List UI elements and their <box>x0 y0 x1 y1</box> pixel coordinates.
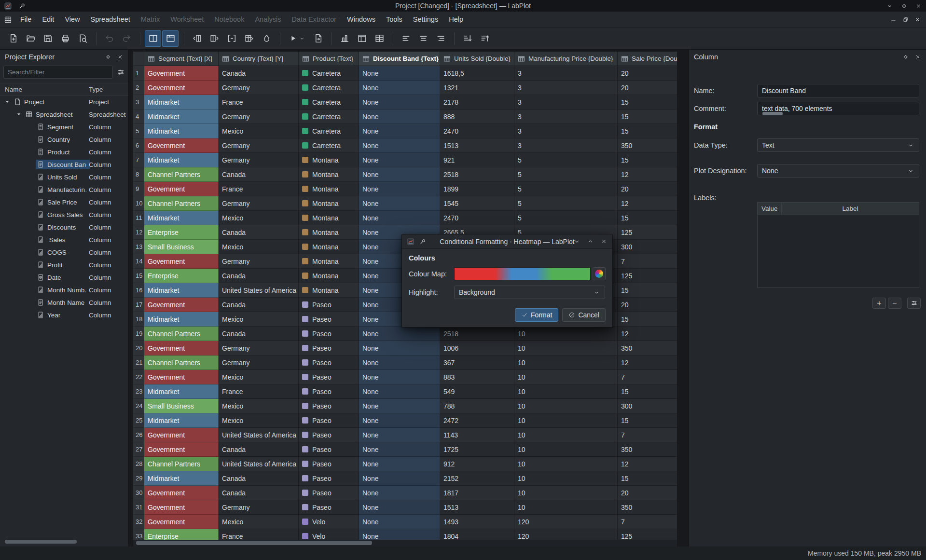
cell-country[interactable]: Germany <box>219 109 299 124</box>
row-number-cell[interactable]: 31 <box>133 500 144 515</box>
cell-segment[interactable]: Government <box>144 500 219 515</box>
align-left-button[interactable] <box>398 30 414 47</box>
row-number-cell[interactable]: 25 <box>133 413 144 428</box>
row-number-cell[interactable]: 29 <box>133 471 144 486</box>
cell-manufacturing-price[interactable]: 10 <box>514 500 618 515</box>
cell-country[interactable]: Canada <box>219 442 299 457</box>
cell-sale-price[interactable]: 15 <box>618 413 677 428</box>
cell-country[interactable]: United States of America <box>219 457 299 471</box>
cell-units-sold[interactable]: 367 <box>440 355 514 370</box>
cell-sale-price[interactable]: 7 <box>618 428 677 442</box>
cell-sale-price[interactable]: 300 <box>618 399 677 413</box>
cell-manufacturing-price[interactable]: 10 <box>514 471 618 486</box>
cell-discount-band[interactable]: None <box>359 500 440 515</box>
cell-product[interactable]: Carretera <box>299 109 359 124</box>
cell-country[interactable]: Canada <box>219 269 299 283</box>
cell-country[interactable]: Canada <box>219 66 299 81</box>
stats-table-button[interactable] <box>371 30 387 47</box>
cell-product[interactable]: Paseo <box>299 341 359 355</box>
tree-item-content[interactable]: COGS <box>36 247 70 257</box>
cell-discount-band[interactable]: None <box>359 167 440 182</box>
cell-discount-band[interactable]: None <box>359 515 440 529</box>
cell-manufacturing-price[interactable]: 10 <box>514 442 618 457</box>
cell-manufacturing-price[interactable]: 120 <box>514 529 618 540</box>
cell-manufacturing-price[interactable]: 10 <box>514 486 618 500</box>
cell-segment[interactable]: Midmarket <box>144 384 219 399</box>
cell-country[interactable]: Canada <box>219 486 299 500</box>
droplet-button[interactable] <box>258 30 275 47</box>
cell-country[interactable]: Mexico <box>219 124 299 138</box>
cell-country[interactable]: Mexico <box>219 312 299 327</box>
cell-segment[interactable]: Government <box>144 428 219 442</box>
add-label-button[interactable]: + <box>872 298 886 309</box>
cell-segment[interactable]: Government <box>144 254 219 269</box>
cell-product[interactable]: Paseo <box>299 442 359 457</box>
cell-country[interactable]: Germany <box>219 81 299 95</box>
cell-units-sold[interactable]: 2152 <box>440 471 514 486</box>
cell-units-sold[interactable]: 2518 <box>440 327 514 341</box>
menu-view[interactable]: View <box>59 12 85 27</box>
cell-manufacturing-price[interactable]: 10 <box>514 428 618 442</box>
colour-wheel-button[interactable] <box>593 267 606 280</box>
row-number-cell[interactable]: 13 <box>133 240 144 254</box>
cell-product[interactable]: Paseo <box>299 298 359 312</box>
cell-country[interactable]: Germany <box>219 355 299 370</box>
cell-product[interactable]: Paseo <box>299 399 359 413</box>
cell-manufacturing-price[interactable]: 10 <box>514 413 618 428</box>
cell-units-sold[interactable]: 1618,5 <box>440 66 514 81</box>
row-number-cell[interactable]: 19 <box>133 327 144 341</box>
column-header-sale-price[interactable]: Sale Price {Double} <box>618 52 677 66</box>
cell-product[interactable]: Montana <box>299 196 359 211</box>
cell-segment[interactable]: Channel Partners <box>144 196 219 211</box>
cell-manufacturing-price[interactable]: 10 <box>514 327 618 341</box>
row-number-cell[interactable]: 14 <box>133 254 144 269</box>
close-icon[interactable] <box>914 54 921 60</box>
cell-units-sold[interactable]: 912 <box>440 457 514 471</box>
cell-product[interactable]: Paseo <box>299 457 359 471</box>
cell-product[interactable]: Velo <box>299 515 359 529</box>
cell-product[interactable]: Montana <box>299 225 359 240</box>
cell-units-sold[interactable]: 1006 <box>440 341 514 355</box>
cell-sale-price[interactable]: 12 <box>618 327 677 341</box>
cell-sale-price[interactable]: 125 <box>618 269 677 283</box>
cell-product[interactable]: Montana <box>299 283 359 298</box>
cell-manufacturing-price[interactable]: 5 <box>514 182 618 196</box>
cell-sale-price[interactable]: 15 <box>618 95 677 109</box>
data-type-dropdown[interactable]: Text <box>757 138 919 152</box>
cell-segment[interactable]: Government <box>144 370 219 384</box>
cell-manufacturing-price[interactable]: 120 <box>514 515 618 529</box>
cell-segment[interactable]: Government <box>144 81 219 95</box>
tree-item-date[interactable]: DateColumn <box>0 271 128 284</box>
cell-product[interactable]: Paseo <box>299 413 359 428</box>
cell-segment[interactable]: Government <box>144 341 219 355</box>
cell-sale-price[interactable]: 15 <box>618 153 677 167</box>
row-number-cell[interactable]: 18 <box>133 312 144 327</box>
cell-units-sold[interactable]: 2470 <box>440 124 514 138</box>
cell-segment[interactable]: Government <box>144 515 219 529</box>
tree-header-type[interactable]: Type <box>89 86 103 93</box>
menu-windows[interactable]: Windows <box>342 12 381 27</box>
cell-sale-price[interactable]: 350 <box>618 138 677 153</box>
tree-item-discount-band[interactable]: Discount BandColumn <box>0 158 128 171</box>
row-number-cell[interactable]: 23 <box>133 384 144 399</box>
row-number-cell[interactable]: 8 <box>133 167 144 182</box>
tree-item-cogs[interactable]: COGSColumn <box>0 246 128 259</box>
cell-country[interactable]: Canada <box>219 167 299 182</box>
menu-notebook[interactable]: Notebook <box>209 12 249 27</box>
undo-button[interactable] <box>101 30 117 47</box>
cell-units-sold[interactable]: 1321 <box>440 81 514 95</box>
view-split-button[interactable] <box>145 30 161 47</box>
cell-sale-price[interactable]: 20 <box>618 66 677 81</box>
cell-units-sold[interactable]: 1545 <box>440 196 514 211</box>
cell-segment[interactable]: Midmarket <box>144 95 219 109</box>
comment-scroll-grip[interactable] <box>762 112 783 115</box>
tree-item-content[interactable]: Gross Sales <box>36 210 86 219</box>
cell-sale-price[interactable]: 7 <box>618 370 677 384</box>
cell-manufacturing-price[interactable]: 3 <box>514 124 618 138</box>
column-header-discount-band[interactable]: Discount Band {Text} <box>359 52 440 66</box>
tree-item-country[interactable]: CountryColumn <box>0 133 128 146</box>
close-icon[interactable] <box>117 54 124 60</box>
cell-product[interactable]: Montana <box>299 240 359 254</box>
column-header-units-sold[interactable]: Units Sold {Double} <box>440 52 514 66</box>
tree-item-year[interactable]: YearColumn <box>0 309 128 321</box>
